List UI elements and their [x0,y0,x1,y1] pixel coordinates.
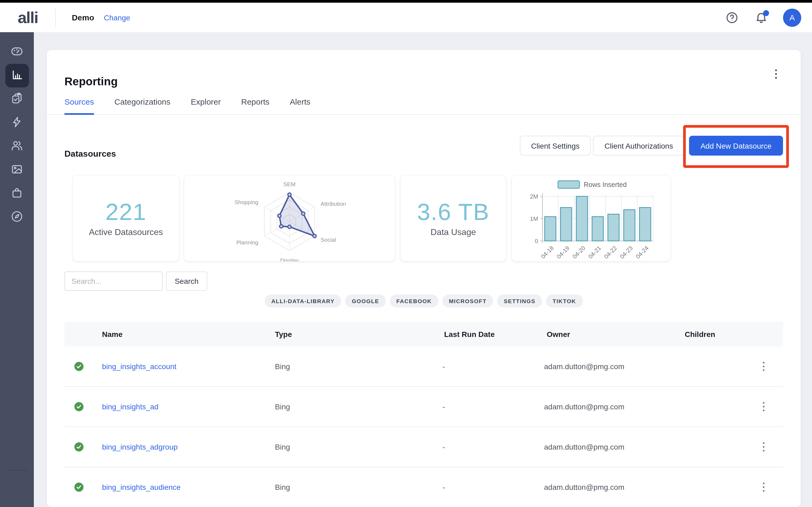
svg-text:04-20: 04-20 [571,245,587,260]
row-menu-kebab-icon[interactable] [758,359,769,374]
svg-text:Shopping: Shopping [235,199,258,205]
last-run-date: - [443,402,445,411]
sidebar-item-automation[interactable] [5,111,29,135]
owner-email: adam.dutton@pmg.com [544,483,624,492]
column-header-children: Children [685,330,715,339]
owner-email: adam.dutton@pmg.com [544,402,624,411]
table-row: bing_insights_accountBing-adam.dutton@pm… [64,347,783,387]
tab-sources[interactable]: Sources [64,97,94,115]
lightning-bolt-icon [10,115,23,131]
active-datasources-value: 221 [106,200,147,224]
compass-icon [10,210,23,225]
shopping-bag-icon [10,186,23,202]
datasource-type: Bing [275,483,290,492]
top-bar: alli Demo Change A [0,3,812,32]
dashboard-gauge-icon [10,44,23,60]
sidebar-item-reporting[interactable] [5,64,29,88]
top-strip [0,0,812,3]
column-header-last-run-date: Last Run Date [444,330,495,339]
sidebar-item-dashboard[interactable] [5,40,29,64]
sidebar-item-creative[interactable] [5,158,29,182]
column-header-type: Type [275,330,292,339]
row-menu-kebab-icon[interactable] [758,480,769,494]
datasource-link[interactable]: bing_insights_account [102,362,176,371]
filter-tag-facebook[interactable]: FACEBOOK [390,294,438,307]
last-run-date: - [443,443,445,451]
sidebar-items [0,32,34,229]
datasource-type: Bing [275,443,290,451]
filter-tag-alli-data-library[interactable]: ALLI-DATA-LIBRARY [265,294,341,307]
datasources-heading: Datasources [64,150,116,159]
table-row: bing_insights_audienceBing-adam.dutton@p… [64,467,783,507]
status-success-check-icon [74,482,84,492]
column-header-name: Name [102,330,122,339]
filter-tag-tiktok[interactable]: TIKTOK [546,294,582,307]
last-run-date: - [443,362,445,371]
user-avatar[interactable]: A [783,8,801,26]
page-title: Reporting [64,75,118,88]
status-success-check-icon [74,442,84,452]
rows-inserted-chart-card: Rows Inserted01M2M04-1804-1904-2004-2104… [512,175,670,261]
tab-explorer[interactable]: Explorer [191,97,221,115]
table-header: Name Type Last Run Date Owner Children [64,322,783,347]
sidebar-divider [6,470,28,470]
tab-reports[interactable]: Reports [241,97,269,115]
add-new-datasource-button[interactable]: Add New Datasource [689,136,783,156]
card-menu-kebab-icon[interactable] [770,67,782,81]
help-icon[interactable] [725,10,739,24]
data-usage-stat-card: 3.6 TB Data Usage [401,175,506,261]
svg-text:2M: 2M [530,193,538,200]
app-root: alli Demo Change A [0,0,812,507]
sidebar-item-explore[interactable] [5,206,29,229]
last-run-date: - [443,483,445,492]
tab-categorizations[interactable]: Categorizations [114,97,170,115]
reporting-tabs: SourcesCategorizationsExplorerReportsAle… [47,97,801,115]
radar-chart: SEMAttributionSocialDisplayPlanningShopp… [184,175,395,261]
data-usage-value: 3.6 TB [417,200,490,224]
channel-radar-card: SEMAttributionSocialDisplayPlanningShopp… [184,175,395,261]
filter-tag-settings[interactable]: SETTINGS [497,294,542,307]
row-menu-kebab-icon[interactable] [758,400,769,414]
svg-text:Display: Display [280,257,299,261]
notifications-bell-icon[interactable] [754,10,768,24]
datasource-link[interactable]: bing_insights_ad [102,402,158,411]
filter-tag-google[interactable]: GOOGLE [345,294,386,307]
svg-text:Attribution: Attribution [321,201,346,207]
client-name: Demo [72,13,94,22]
filter-tags: ALLI-DATA-LIBRARYGOOGLEFACEBOOKMICROSOFT… [47,294,801,307]
client-settings-button[interactable]: Client Settings [520,136,591,156]
datasource-type: Bing [275,402,290,411]
svg-text:04-21: 04-21 [587,245,602,260]
table-row: bing_insights_adBing-adam.dutton@pmg.com [64,387,783,427]
sidebar-item-audiences[interactable] [5,135,29,158]
search-row: Search [64,272,207,291]
client-authorizations-button[interactable]: Client Authorizations [593,136,685,156]
sidebar-item-tasks[interactable] [5,88,29,111]
tab-alerts[interactable]: Alerts [290,97,310,115]
data-usage-label: Data Usage [431,227,476,237]
clipboard-check-icon [10,92,23,107]
rows-inserted-bar-chart: Rows Inserted01M2M04-1804-1904-2004-2104… [512,175,670,261]
reporting-card: Reporting SourcesCategorizationsExplorer… [47,50,801,507]
filter-tag-microsoft[interactable]: MICROSOFT [443,294,493,307]
search-button[interactable]: Search [166,272,207,291]
sidebar-item-settings[interactable] [5,505,29,507]
datasource-link[interactable]: bing_insights_adgroup [102,443,178,451]
sidebar-item-shopping[interactable] [5,182,29,206]
column-header-owner: Owner [547,330,570,339]
search-input[interactable] [64,272,163,291]
active-datasources-stat-card: 221 Active Datasources [73,175,179,261]
datasource-link[interactable]: bing_insights_audience [102,483,181,492]
header-actions: A [725,8,801,26]
content-area: Reporting SourcesCategorizationsExplorer… [34,32,812,507]
row-menu-kebab-icon[interactable] [758,440,769,454]
svg-text:1M: 1M [530,215,538,222]
svg-text:Rows Inserted: Rows Inserted [584,181,627,188]
sidebar [0,32,34,507]
active-datasources-label: Active Datasources [89,227,163,237]
app-logo[interactable]: alli [18,8,38,26]
status-success-check-icon [74,402,84,411]
owner-email: adam.dutton@pmg.com [544,443,624,451]
bar-chart-icon [10,68,23,83]
change-client-link[interactable]: Change [104,13,130,22]
